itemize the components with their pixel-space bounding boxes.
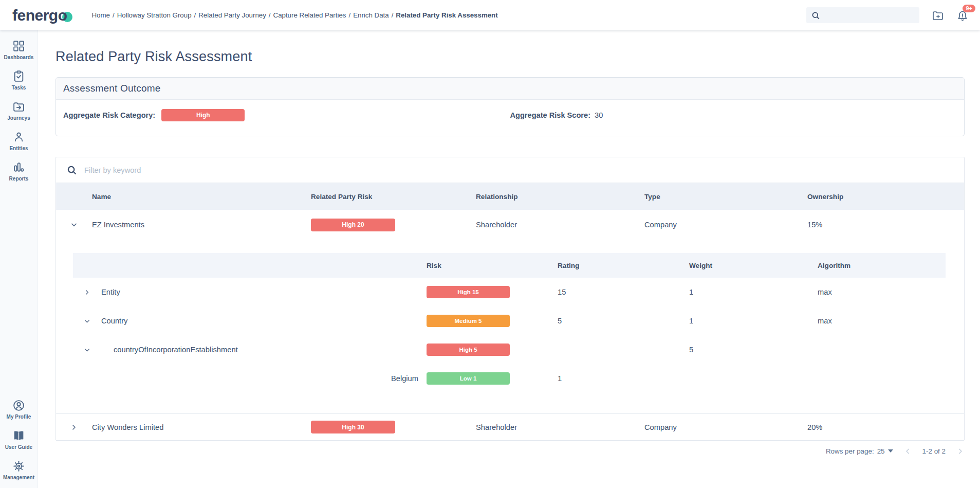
aggregate-risk-category-badge: High — [161, 109, 245, 121]
notifications-button[interactable]: 9+ — [956, 9, 969, 22]
column-header-weight: Weight — [689, 262, 818, 269]
cell-type: Company — [644, 423, 807, 431]
breakdown-name: Country — [101, 317, 127, 325]
cell-name[interactable]: EZ Investments — [92, 221, 311, 229]
collapse-row-button[interactable] — [83, 317, 91, 325]
risk-badge: Medium 5 — [427, 315, 510, 327]
table-row: City Wonders Limited High 30 Shareholder… — [56, 413, 964, 440]
notification-count-badge: 9+ — [963, 5, 975, 12]
sidebar-item-tasks[interactable]: Tasks — [0, 68, 38, 93]
sidebar-item-label: Tasks — [12, 85, 26, 91]
aggregate-risk-score-label: Aggregate Risk Score: — [510, 111, 591, 119]
column-header-name: Name — [92, 193, 311, 201]
sidebar-item-entities[interactable]: Entities — [0, 129, 38, 153]
risk-badge: High 15 — [427, 286, 510, 298]
sidebar-item-dashboards[interactable]: Dashboards — [0, 38, 38, 62]
column-header-rating: Rating — [558, 262, 689, 269]
cell-algorithm: max — [818, 317, 946, 325]
chevron-down-icon — [83, 346, 91, 354]
tasks-icon — [12, 70, 25, 83]
breakdown-row-entity: Entity High 15 15 1 max — [73, 278, 946, 306]
pagination: Rows per page:25 1-2 of 2 — [56, 447, 965, 456]
cell-rating: 5 — [558, 317, 689, 325]
rows-per-page-value: 25 — [877, 447, 885, 455]
journeys-icon — [12, 100, 25, 113]
collapse-row-button[interactable] — [83, 346, 91, 354]
next-page-button[interactable] — [956, 447, 965, 456]
sidebar-item-reports[interactable]: Reports — [0, 159, 38, 184]
risk-badge: Low 1 — [427, 372, 510, 385]
cell-rating: 1 — [558, 374, 689, 383]
user-guide-icon — [12, 429, 25, 442]
column-header-relationship: Relationship — [476, 193, 644, 201]
column-header-ownership: Ownership — [807, 193, 964, 201]
aggregate-risk-category-label: Aggregate Risk Category: — [63, 111, 155, 119]
logo-text: fenergo — [12, 7, 67, 24]
sidebar-item-label: Entities — [9, 146, 28, 151]
breadcrumb-home[interactable]: Home — [92, 11, 110, 19]
sidebar-item-label: User Guide — [5, 444, 32, 450]
cell-ownership: 15% — [807, 221, 964, 229]
cell-name[interactable]: City Wonders Limited — [92, 423, 311, 431]
breakdown-name: Belgium — [73, 374, 427, 383]
filter-keyword-input[interactable] — [84, 166, 957, 174]
dashboards-icon — [12, 40, 25, 52]
risk-badge: High 20 — [311, 219, 395, 231]
cell-weight: 5 — [689, 346, 818, 354]
breadcrumb-enrich-data[interactable]: Enrich Data — [353, 11, 389, 19]
sidebar-item-label: Dashboards — [4, 55, 34, 60]
global-search-input[interactable] — [824, 11, 915, 19]
breadcrumb-stage[interactable]: Capture Related Parties — [273, 11, 346, 19]
breakdown-name: Entity — [101, 288, 120, 296]
search-icon — [811, 11, 820, 20]
cell-weight: 1 — [689, 317, 818, 325]
cell-ownership: 20% — [807, 423, 964, 431]
sidebar-item-journeys[interactable]: Journeys — [0, 98, 38, 123]
previous-page-button[interactable] — [903, 447, 912, 456]
related-parties-table: Name Related Party Risk Relationship Typ… — [56, 157, 965, 441]
risk-badge: High 30 — [311, 421, 395, 433]
sidebar-item-label: My Profile — [7, 414, 31, 420]
breadcrumb-separator: / — [392, 11, 394, 19]
chevron-right-icon — [83, 288, 91, 296]
sidebar-item-user-guide[interactable]: User Guide — [0, 427, 38, 452]
sidebar-item-label: Journeys — [7, 115, 30, 121]
page-title: Related Party Risk Assessment — [56, 49, 965, 65]
breadcrumb-separator: / — [194, 11, 196, 19]
cell-relationship: Shareholder — [476, 221, 644, 229]
caret-down-icon — [888, 449, 893, 453]
breadcrumb-entity[interactable]: Holloway Stratton Group — [117, 11, 192, 19]
breadcrumb-separator: / — [348, 11, 350, 19]
breadcrumb-journey[interactable]: Related Party Journey — [198, 11, 266, 19]
breadcrumb-separator: / — [113, 11, 115, 19]
sidebar-item-my-profile[interactable]: My Profile — [0, 397, 38, 422]
column-header-type: Type — [644, 193, 807, 201]
breakdown-header-row: Risk Rating Weight Algorithm — [73, 253, 946, 278]
entities-icon — [12, 131, 25, 143]
collapse-row-button[interactable] — [56, 221, 92, 229]
breadcrumb-separator: / — [269, 11, 271, 19]
risk-breakdown-panel: Risk Rating Weight Algorithm Entity High… — [73, 253, 946, 393]
assessment-outcome-title: Assessment Outcome — [56, 78, 964, 100]
column-header-risk: Risk — [427, 262, 558, 269]
breakdown-row-belgium: Belgium Low 1 1 — [73, 364, 946, 393]
global-search — [806, 7, 919, 23]
expand-row-button[interactable] — [83, 288, 91, 296]
aggregate-risk-score-value: 30 — [595, 111, 603, 119]
sidebar-item-management[interactable]: Management — [0, 458, 38, 482]
cell-type: Company — [644, 221, 807, 229]
fenergo-logo[interactable]: fenergo — [12, 7, 72, 24]
chevron-down-icon — [83, 317, 91, 325]
assessment-outcome-card: Assessment Outcome Aggregate Risk Catego… — [56, 77, 965, 136]
expand-row-button[interactable] — [56, 423, 92, 431]
sidebar: Dashboards Tasks Journeys Entities Repor… — [0, 30, 38, 488]
add-folder-button[interactable] — [932, 9, 944, 22]
page-range-label: 1-2 of 2 — [922, 447, 946, 455]
rows-per-page-label: Rows per page: — [826, 447, 874, 455]
folder-plus-icon — [932, 9, 944, 22]
breakdown-name: countryOfIncorporationEstablishment — [114, 346, 238, 354]
rows-per-page-select[interactable]: Rows per page:25 — [826, 447, 893, 455]
reports-icon — [12, 161, 25, 174]
chevron-down-icon — [70, 221, 78, 229]
cell-rating: 15 — [558, 288, 689, 296]
